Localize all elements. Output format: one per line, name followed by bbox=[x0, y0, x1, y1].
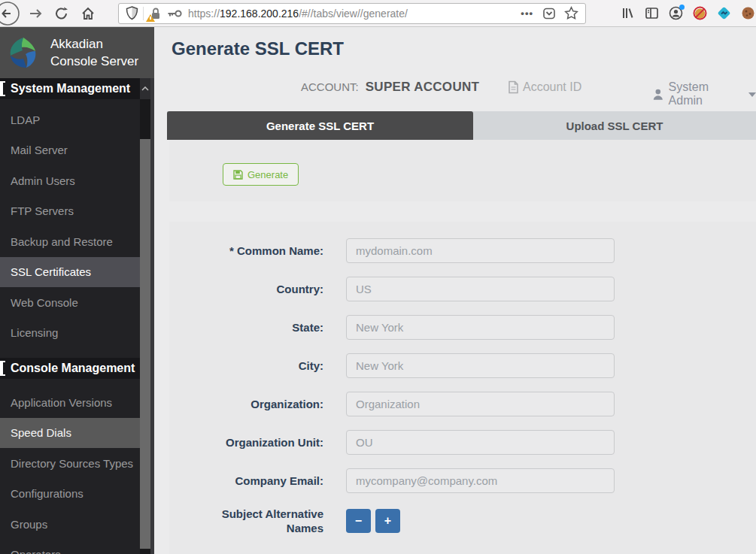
action-panel: Generate bbox=[169, 140, 756, 201]
sidebar-item-admin-users[interactable]: Admin Users bbox=[0, 165, 140, 196]
tab-upload-ssl-cert[interactable]: Upload SSL CERT bbox=[473, 111, 756, 140]
address-bar[interactable]: https://192.168.200.216/#//tabs/view//ge… bbox=[118, 3, 586, 24]
url-path: /#//tabs/view//generate/ bbox=[299, 8, 408, 20]
account-button[interactable] bbox=[669, 6, 683, 20]
account-id-label: Account ID bbox=[523, 80, 581, 94]
url-text[interactable]: https://192.168.200.216/#//tabs/view//ge… bbox=[188, 8, 521, 20]
sidebar-item-groups[interactable]: Groups bbox=[0, 509, 140, 540]
lock-warning-icon[interactable] bbox=[149, 7, 162, 20]
chevron-down-icon bbox=[748, 92, 756, 97]
section-console-management[interactable]: Console Management bbox=[0, 358, 140, 379]
library-button[interactable] bbox=[621, 6, 635, 20]
sidebar-item-backup-and-restore[interactable]: Backup and Restore bbox=[0, 226, 140, 257]
organization-input[interactable] bbox=[346, 392, 615, 416]
extension-blocked-icon bbox=[693, 6, 707, 20]
account-notification-dot bbox=[679, 5, 685, 10]
reload-button[interactable] bbox=[54, 6, 69, 21]
state-label: State: bbox=[169, 321, 323, 334]
warning-triangle-icon bbox=[146, 14, 155, 22]
sidebar-toggle-icon bbox=[645, 6, 659, 20]
section-label: System Management bbox=[11, 82, 130, 95]
organization-unit-input[interactable] bbox=[346, 430, 615, 455]
sidebar: Akkadian Console Server System Managemen… bbox=[0, 27, 154, 554]
sidebar-toggle-button[interactable] bbox=[645, 6, 659, 20]
company-email-label: Company Email: bbox=[169, 474, 323, 487]
scroll-up-button[interactable] bbox=[140, 78, 150, 99]
extension-teal-icon bbox=[717, 6, 731, 20]
city-input[interactable] bbox=[346, 353, 615, 378]
section-system-management[interactable]: System Management bbox=[0, 78, 140, 99]
main-content: Generate SSL CERT ACCOUNT: SUPER ACCOUNT… bbox=[154, 27, 756, 554]
account-info: ACCOUNT: SUPER ACCOUNT bbox=[301, 80, 479, 95]
browser-toolbar: https://192.168.200.216/#//tabs/view//ge… bbox=[0, 0, 756, 27]
section-label: Console Management bbox=[11, 362, 135, 375]
back-button[interactable] bbox=[0, 1, 20, 26]
extension-cookie-button[interactable] bbox=[741, 6, 755, 20]
chevron-up-icon bbox=[141, 86, 149, 91]
extension-teal-button[interactable] bbox=[717, 6, 731, 20]
pocket-icon[interactable] bbox=[542, 7, 556, 20]
san-add-button[interactable]: + bbox=[375, 509, 400, 533]
extension-cookie-icon bbox=[741, 6, 755, 20]
forward-icon bbox=[28, 6, 43, 21]
account-id-button[interactable]: Account ID bbox=[508, 80, 581, 94]
user-menu[interactable]: System Admin bbox=[653, 80, 756, 107]
extension-blocked-button[interactable] bbox=[693, 6, 707, 20]
common-name-label: * Common Name: bbox=[169, 244, 323, 257]
scrollbar-thumb[interactable] bbox=[140, 139, 150, 549]
sidebar-item-ldap[interactable]: LDAP bbox=[0, 104, 140, 135]
generate-button[interactable]: Generate bbox=[223, 163, 299, 186]
sidebar-brand: Akkadian Console Server bbox=[0, 27, 154, 78]
sidebar-item-directory-sources-types[interactable]: Directory Sources Types bbox=[0, 448, 140, 479]
tab-generate-ssl-cert[interactable]: Generate SSL CERT bbox=[167, 111, 473, 140]
city-label: City: bbox=[169, 359, 323, 372]
section-marker bbox=[0, 81, 3, 96]
sidebar-item-licensing[interactable]: Licensing bbox=[0, 318, 140, 349]
bookmark-star-icon[interactable] bbox=[564, 6, 578, 20]
page-actions-button[interactable]: ••• bbox=[521, 8, 533, 19]
generate-button-label: Generate bbox=[247, 169, 288, 180]
sidebar-scrollbar[interactable] bbox=[140, 78, 150, 554]
ssl-cert-form: * Common Name: Country: State: City: Org… bbox=[169, 222, 756, 554]
sidebar-item-operators[interactable]: Operators bbox=[0, 540, 140, 554]
sidebar-item-web-console[interactable]: Web Console bbox=[0, 287, 140, 318]
library-icon bbox=[621, 6, 635, 20]
home-icon bbox=[80, 6, 96, 21]
company-email-input[interactable] bbox=[346, 468, 615, 493]
url-scheme: https:// bbox=[188, 8, 220, 20]
brand-line-1: Akkadian bbox=[50, 35, 138, 53]
akkadian-logo-icon bbox=[5, 35, 41, 71]
user-icon bbox=[653, 89, 663, 100]
subject-alternative-names-label: Subject Alternative Names bbox=[169, 507, 323, 535]
sidebar-nav: System Management LDAP Mail Server Admin… bbox=[0, 78, 140, 554]
user-name: System Admin bbox=[669, 80, 743, 107]
toolbar-right-icons bbox=[621, 6, 749, 20]
common-name-input[interactable] bbox=[346, 238, 615, 263]
reload-icon bbox=[54, 6, 69, 21]
state-input[interactable] bbox=[346, 315, 615, 340]
account-name: SUPER ACCOUNT bbox=[366, 80, 480, 95]
sidebar-item-ssl-certificates[interactable]: SSL Certificates bbox=[0, 257, 140, 288]
back-icon bbox=[0, 1, 20, 26]
sidebar-item-configurations[interactable]: Configurations bbox=[0, 479, 140, 510]
home-button[interactable] bbox=[80, 6, 96, 21]
sidebar-item-mail-server[interactable]: Mail Server bbox=[0, 135, 140, 166]
country-label: Country: bbox=[169, 283, 323, 295]
brand-line-2: Console Server bbox=[50, 53, 138, 70]
country-input[interactable] bbox=[346, 277, 615, 301]
document-icon bbox=[508, 80, 519, 94]
sidebar-item-speed-dials[interactable]: Speed Dials bbox=[0, 418, 140, 449]
key-icon bbox=[167, 8, 182, 19]
tab-bar: Generate SSL CERT Upload SSL CERT bbox=[167, 111, 756, 140]
organization-unit-label: Organization Unit: bbox=[169, 436, 323, 449]
urlbar-divider bbox=[143, 7, 144, 20]
account-label: ACCOUNT: bbox=[301, 80, 359, 93]
sidebar-item-ftp-servers[interactable]: FTP Servers bbox=[0, 196, 140, 227]
san-remove-button[interactable]: − bbox=[346, 509, 371, 533]
sidebar-item-application-versions[interactable]: Application Versions bbox=[0, 387, 140, 418]
tracking-protection-icon[interactable] bbox=[126, 6, 138, 20]
organization-label: Organization: bbox=[169, 398, 323, 410]
section-marker bbox=[0, 361, 3, 376]
page-title: Generate SSL CERT bbox=[172, 38, 344, 59]
forward-button[interactable] bbox=[28, 6, 43, 21]
